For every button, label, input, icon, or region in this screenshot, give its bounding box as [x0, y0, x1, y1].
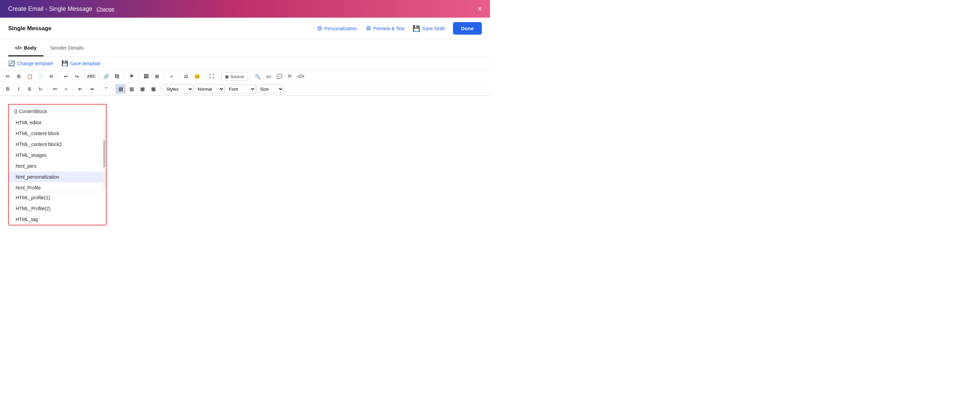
below-border-items: HTML_profile(1) HTML_Profile(2) HTML_tag — [9, 192, 106, 225]
align-justify-button[interactable]: ▩ — [148, 84, 158, 94]
table-button[interactable]: ⊞ — [152, 72, 162, 81]
separator-5 — [138, 73, 139, 80]
page-title: Single Message — [8, 25, 52, 32]
anchor-button[interactable]: ⚑ — [126, 72, 137, 81]
header-change-button[interactable]: Change — [96, 6, 115, 12]
fullscreen-button[interactable]: ⛶ — [207, 72, 216, 81]
action-bar: Single Message ⚙ Personalization 🖥 Previ… — [0, 18, 490, 39]
redo-button[interactable]: ↪ — [72, 72, 82, 81]
separator-12 — [73, 86, 73, 92]
dropdown-list-wrapper: HTML editor HTML_content block HTML_cont… — [9, 117, 106, 192]
tab-body[interactable]: </> Body — [8, 39, 43, 56]
tracking-button[interactable]: 🏳 — [285, 72, 295, 81]
link-button[interactable]: 🔗 — [101, 72, 111, 81]
separator-15 — [160, 86, 161, 92]
tab-sender-details[interactable]: Sender Details — [43, 39, 90, 56]
special-char-button[interactable]: Ω — [181, 72, 191, 81]
header-close-button[interactable]: × — [477, 5, 482, 13]
separator-6 — [164, 73, 164, 80]
spellcheck-button[interactable]: ABC — [86, 72, 96, 81]
italic-button[interactable]: I — [14, 84, 24, 94]
search-button[interactable]: 🔍 — [252, 72, 262, 81]
copy-button[interactable]: ⎘ — [14, 72, 24, 81]
gear-icon: ⚙ — [317, 25, 322, 32]
action-bar-right: ⚙ Personalization 🖥 Preview & Test 💾 Sav… — [317, 22, 482, 35]
header-title: Create Email - Single Message Change — [8, 5, 115, 13]
cut-button[interactable]: ✂ — [3, 72, 13, 81]
unordered-list-button[interactable]: ≡ — [61, 84, 71, 94]
list-item[interactable]: HTML_images — [9, 150, 106, 161]
size-select[interactable]: Size — [256, 84, 283, 93]
align-button[interactable]: ≡ — [166, 72, 177, 81]
strikethrough-button[interactable]: S — [24, 84, 35, 94]
monitor-icon: 🖥 — [365, 25, 371, 32]
text-box-button[interactable]: ▭ — [263, 72, 274, 81]
editor-input-line[interactable]: {{ ContentBlock. — [9, 105, 106, 117]
emoji-button[interactable]: 😊 — [192, 72, 202, 81]
editor-content-wrapper: {{ ContentBlock. HTML editor HTML_conten… — [8, 104, 107, 225]
preview-test-button[interactable]: 🖥 Preview & Test — [365, 25, 404, 32]
separator-10 — [250, 73, 250, 80]
blockquote-button[interactable]: " — [101, 84, 111, 94]
paste-word-button[interactable]: W — [46, 72, 56, 81]
dropdown-list: HTML editor HTML_content block HTML_cont… — [9, 117, 106, 192]
editor-area: {{ ContentBlock. HTML editor HTML_conten… — [0, 96, 490, 234]
header-bar: Create Email - Single Message Change × — [0, 0, 490, 18]
unlink-button[interactable]: ⛓ — [112, 72, 122, 81]
align-left-button[interactable]: ▤ — [115, 84, 126, 94]
list-item[interactable]: HTML_tag — [9, 214, 106, 225]
toolbar-row-2: B I S Ix ≔ ≡ ⇤ ⇥ " ▤ ▥ ▦ ▩ Styles Normal… — [0, 83, 490, 96]
save-template-button[interactable]: 💾 Save template — [62, 60, 101, 67]
list-item[interactable]: HTML_profile(1) — [9, 192, 106, 203]
separator-2 — [84, 73, 84, 80]
paste-button[interactable]: 📋 — [24, 72, 35, 81]
list-item[interactable]: HTML_content block — [9, 128, 106, 139]
separator-13 — [99, 86, 99, 92]
paste-text-button[interactable]: 📄 — [35, 72, 46, 81]
separator-8 — [204, 73, 204, 80]
comment-button[interactable]: 💬 — [274, 72, 284, 81]
indent-decrease-button[interactable]: ⇤ — [75, 84, 86, 94]
template-bar: 🔄 Change template 💾 Save template — [0, 57, 490, 70]
scrollbar-track — [103, 118, 105, 191]
list-item[interactable]: html_pers — [9, 161, 106, 172]
list-item-selected[interactable]: html_personalization — [9, 172, 106, 182]
toolbar-row-1: ✂ ⎘ 📋 📄 W ↩ ↪ ABC 🔗 ⛓ ⚑ 🖼 ⊞ ≡ Ω 😊 ⛶ ▣ So… — [0, 70, 490, 83]
floppy-icon: 💾 — [62, 60, 68, 67]
subscript-button[interactable]: Ix — [35, 84, 46, 94]
separator-7 — [178, 73, 179, 80]
list-item[interactable]: HTML_content block2 — [9, 139, 106, 150]
align-center-button[interactable]: ▥ — [126, 84, 137, 94]
list-item[interactable]: html_Profile — [9, 182, 106, 192]
scrollbar-thumb[interactable] — [103, 140, 105, 167]
toolbar: ✂ ⎘ 📋 📄 W ↩ ↪ ABC 🔗 ⛓ ⚑ 🖼 ⊞ ≡ Ω 😊 ⛶ ▣ So… — [0, 70, 490, 96]
html-source-btn[interactable]: </> — [296, 72, 306, 81]
tabs-bar: </> Body Sender Details — [0, 39, 490, 57]
list-item[interactable]: HTML_Profile(2) — [9, 203, 106, 214]
separator-14 — [113, 86, 113, 92]
source-icon: ▣ — [225, 74, 229, 79]
font-select[interactable]: Font — [225, 84, 256, 93]
ordered-list-button[interactable]: ≔ — [50, 84, 60, 94]
source-button[interactable]: ▣ Source — [221, 72, 248, 81]
undo-button[interactable]: ↩ — [61, 72, 71, 81]
image-button[interactable]: 🖼 — [141, 72, 151, 81]
dropdown-list-below: HTML_profile(1) HTML_Profile(2) HTML_tag — [9, 192, 106, 225]
separator-3 — [99, 73, 99, 80]
save-icon: 💾 — [412, 25, 420, 32]
list-item[interactable]: HTML editor — [9, 117, 106, 128]
indent-increase-button[interactable]: ⇥ — [86, 84, 96, 94]
separator-11 — [48, 86, 48, 92]
separator-4 — [124, 73, 124, 80]
code-icon: </> — [15, 45, 22, 51]
header-title-text: Create Email - Single Message — [8, 5, 92, 13]
done-button[interactable]: Done — [453, 22, 482, 35]
styles-select[interactable]: Styles — [163, 84, 193, 93]
personalization-button[interactable]: ⚙ Personalization — [317, 25, 357, 32]
separator-9 — [219, 73, 219, 80]
normal-select[interactable]: Normal — [194, 84, 224, 93]
align-right-button[interactable]: ▦ — [137, 84, 147, 94]
change-template-button[interactable]: 🔄 Change template — [8, 60, 53, 67]
save-draft-button[interactable]: 💾 Save Draft — [412, 25, 444, 32]
bold-button[interactable]: B — [3, 84, 13, 94]
